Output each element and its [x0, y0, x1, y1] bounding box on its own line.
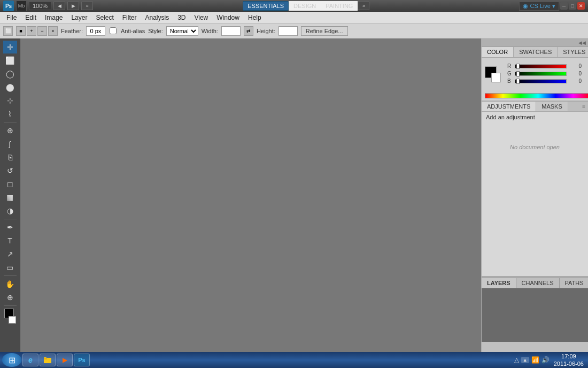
cs-live-button[interactable]: ◉ CS Live ▾	[519, 2, 559, 11]
layers-content[interactable]	[482, 288, 588, 342]
pen-tool[interactable]: ✒	[3, 221, 17, 234]
tool-separator-2	[4, 219, 17, 219]
nav-prev-button[interactable]: ◀	[53, 2, 65, 10]
ps-logo: Ps	[3, 1, 14, 11]
marquee-tool[interactable]: ⬜	[3, 54, 17, 67]
rect-marquee-icon[interactable]: ■	[16, 26, 26, 36]
antialias-checkbox[interactable]	[110, 27, 117, 34]
workspace-design[interactable]: DESIGN	[289, 1, 321, 11]
start-button[interactable]: ⊞	[2, 353, 21, 367]
color-swatches	[3, 309, 17, 324]
tray-network-icon: 📶	[531, 356, 539, 364]
blue-label: B	[507, 78, 513, 84]
marquee-style-group: ■ + − ×	[16, 26, 58, 36]
tab-masks[interactable]: MASKS	[536, 102, 568, 111]
cs-live-arrow: ▾	[552, 3, 555, 10]
add-marquee-icon[interactable]: +	[27, 26, 36, 36]
menu-file[interactable]: File	[2, 13, 21, 22]
style-select[interactable]: Normal Fixed Ratio Fixed Size	[166, 26, 198, 36]
tray-volume-icon[interactable]: 🔊	[541, 356, 550, 364]
hand-tool[interactable]: ✋	[3, 278, 17, 290]
title-bar: Ps Mb 100% ◀ ▶ » ESSENTIALS DESIGN PAINT…	[0, 0, 588, 12]
add-adjustment-label: Add an adjustment	[482, 112, 588, 122]
crop-tool[interactable]: ⊹	[3, 94, 17, 107]
tab-swatches[interactable]: SWATCHES	[514, 47, 558, 57]
eraser-tool[interactable]: ◻	[3, 178, 17, 190]
menu-analysis[interactable]: Analysis	[141, 13, 173, 22]
tab-styles[interactable]: STYLES	[558, 47, 588, 57]
swap-icon[interactable]: ⇄	[244, 26, 253, 36]
green-value: 0	[569, 71, 582, 76]
color-sliders: R 0 G 0 B 0	[504, 61, 585, 88]
taskbar-media-player[interactable]: ▶	[57, 354, 73, 366]
system-clock[interactable]: 17:09 2011-06-06	[552, 352, 586, 368]
tab-layers[interactable]: LAYERS	[482, 278, 516, 288]
green-slider-row: G 0	[507, 71, 582, 76]
history-brush-tool[interactable]: ↺	[3, 164, 17, 177]
menu-layer[interactable]: Layer	[67, 13, 91, 22]
heal-tool[interactable]: ⊕	[3, 124, 17, 137]
green-slider[interactable]	[515, 72, 567, 76]
tab-adjustments[interactable]: ADJUSTMENTS	[482, 102, 536, 111]
color-spectrum[interactable]	[485, 93, 588, 98]
background-swatch[interactable]	[491, 73, 501, 82]
lasso-tool[interactable]: ◯	[3, 67, 17, 80]
nav-next-button[interactable]: ▶	[67, 2, 79, 10]
panel-collapse-icon[interactable]: ◀◀	[578, 40, 586, 45]
cs-live-label: CS Live	[530, 3, 551, 9]
menu-window[interactable]: Window	[212, 13, 244, 22]
move-tool[interactable]: ✛	[3, 41, 17, 53]
workspace-more-button[interactable]: »	[358, 2, 369, 10]
type-tool[interactable]: T	[3, 234, 17, 247]
tab-color[interactable]: COLOR	[482, 47, 514, 57]
dodge-tool[interactable]: ◑	[3, 204, 17, 217]
close-button[interactable]: ✕	[577, 2, 585, 10]
menu-select[interactable]: Select	[91, 13, 118, 22]
background-color[interactable]	[9, 316, 16, 324]
path-select-tool[interactable]: ↗	[3, 248, 17, 260]
eyedropper-tool[interactable]: ⌇	[3, 108, 17, 120]
minimize-button[interactable]: ─	[560, 2, 568, 10]
clone-tool[interactable]: ⎘	[3, 151, 17, 164]
width-input[interactable]	[221, 26, 241, 36]
canvas-area[interactable]	[20, 39, 481, 352]
brush-tool[interactable]: ∫	[3, 137, 17, 150]
tab-channels[interactable]: CHANNELS	[516, 278, 560, 288]
menu-help[interactable]: Help	[244, 13, 266, 22]
shape-tool[interactable]: ▭	[3, 261, 17, 274]
workspace-essentials[interactable]: ESSENTIALS	[243, 1, 289, 11]
workspace-switcher: ESSENTIALS DESIGN PAINTING »	[243, 1, 369, 11]
taskbar-photoshop[interactable]: Ps	[74, 354, 90, 366]
refine-edge-button[interactable]: Refine Edge...	[301, 26, 348, 36]
blue-slider[interactable]	[515, 79, 567, 83]
taskbar-explorer[interactable]	[40, 354, 56, 366]
workspace-painting[interactable]: PAINTING	[321, 1, 358, 11]
tool-separator-3	[4, 275, 17, 276]
intersect-marquee-icon[interactable]: ×	[48, 26, 58, 36]
taskbar-ie[interactable]: e	[22, 354, 38, 366]
nav-extra-button[interactable]: »	[81, 2, 93, 10]
titlebar-controls: ◉ CS Live ▾ ─ □ ✕	[519, 2, 585, 11]
quick-select-tool[interactable]: ⬤	[3, 81, 17, 94]
red-value: 0	[569, 63, 582, 69]
gradient-tool[interactable]: ▦	[3, 191, 17, 204]
adjustments-panel-menu[interactable]: ≡	[579, 102, 588, 111]
height-input[interactable]	[278, 26, 298, 36]
feather-input[interactable]	[86, 26, 105, 36]
mb-logo: Mb	[16, 1, 27, 11]
red-slider[interactable]	[515, 64, 567, 68]
explorer-icon	[43, 356, 52, 364]
tab-paths[interactable]: PATHS	[560, 278, 588, 288]
titlebar-left: Ps Mb 100% ◀ ▶ »	[3, 1, 93, 11]
maximize-button[interactable]: □	[569, 2, 576, 10]
zoom-tool[interactable]: ⊕	[3, 291, 17, 304]
sub-marquee-icon[interactable]: −	[37, 26, 47, 36]
menu-3d[interactable]: 3D	[173, 13, 190, 22]
menu-image[interactable]: Image	[41, 13, 67, 22]
right-panel: ◀◀ COLOR SWATCHES STYLES ≡ R 0	[481, 39, 588, 352]
clock-time: 17:09	[554, 352, 584, 360]
tray-show-icons[interactable]: ▲	[521, 357, 529, 363]
menu-edit[interactable]: Edit	[21, 13, 41, 22]
menu-filter[interactable]: Filter	[118, 13, 141, 22]
menu-view[interactable]: View	[190, 13, 212, 22]
